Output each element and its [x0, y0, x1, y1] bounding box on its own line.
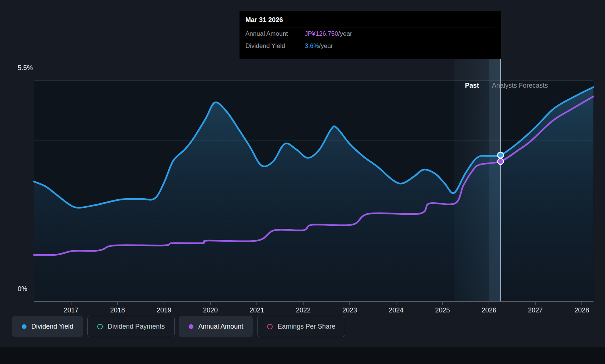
legend-label: Dividend Yield — [31, 323, 73, 330]
legend-button-earnings-per-share[interactable]: Earnings Per Share — [257, 316, 345, 337]
tooltip-rows: Annual AmountJP¥126.750/yearDividend Yie… — [239, 28, 501, 52]
tooltip-row: Annual AmountJP¥126.750/year — [245, 28, 495, 40]
bottom-bar — [0, 347, 605, 364]
legend-button-dividend-yield[interactable]: Dividend Yield — [12, 316, 83, 337]
annual-amount-marker[interactable] — [498, 158, 504, 164]
x-axis-label-2017: 2017 — [55, 307, 88, 314]
x-axis-label-2028: 2028 — [565, 307, 598, 314]
dividend-chart-page: 5.5% 0% 20172018201920202021202220232024… — [0, 0, 605, 364]
legend-dot-icon — [189, 324, 193, 329]
x-axis-label-2027: 2027 — [519, 307, 552, 314]
past-label: Past — [435, 82, 479, 90]
tooltip-row-suffix: /year — [319, 42, 333, 50]
y-axis-label-max: 5.5% — [18, 64, 33, 72]
tooltip-row-value: 3.6% — [305, 42, 319, 50]
legend-button-annual-amount[interactable]: Annual Amount — [179, 316, 253, 337]
x-axis-label-2023: 2023 — [333, 307, 366, 314]
tooltip-row-label: Annual Amount — [245, 30, 305, 38]
x-axis-label-2022: 2022 — [287, 307, 320, 314]
x-axis-label-2021: 2021 — [240, 307, 273, 314]
legend-label: Annual Amount — [198, 323, 243, 330]
x-axis-label-2024: 2024 — [380, 307, 413, 314]
x-axis-label-2020: 2020 — [194, 307, 227, 314]
legend-ring-icon — [97, 324, 103, 329]
x-axis-label-2026: 2026 — [472, 307, 506, 314]
x-axis-label-2025: 2025 — [426, 307, 459, 314]
tooltip-date: Mar 31 2026 — [239, 11, 501, 28]
x-axis-label-2018: 2018 — [101, 307, 134, 314]
tooltip-row-value: JP¥126.750 — [305, 30, 338, 38]
analysts-forecasts-label: Analysts Forecasts — [492, 82, 548, 90]
tooltip-row-suffix: /year — [338, 30, 352, 38]
legend-label: Earnings Per Share — [277, 323, 335, 330]
dividend-yield-area — [34, 87, 593, 301]
x-axis-label-2019: 2019 — [147, 307, 181, 314]
legend-ring-icon — [267, 324, 273, 329]
chart-tooltip: Mar 31 2026 Annual AmountJP¥126.750/year… — [239, 11, 501, 59]
y-axis-label-min: 0% — [18, 285, 27, 293]
tooltip-row: Dividend Yield3.6%/year — [245, 40, 495, 52]
legend-dot-icon — [22, 324, 27, 329]
legend-label: Dividend Payments — [108, 323, 165, 330]
tooltip-row-label: Dividend Yield — [245, 42, 305, 50]
dividend-yield-marker[interactable] — [498, 152, 504, 158]
chart-legend: Dividend YieldDividend PaymentsAnnual Am… — [12, 316, 345, 337]
legend-button-dividend-payments[interactable]: Dividend Payments — [87, 316, 175, 337]
